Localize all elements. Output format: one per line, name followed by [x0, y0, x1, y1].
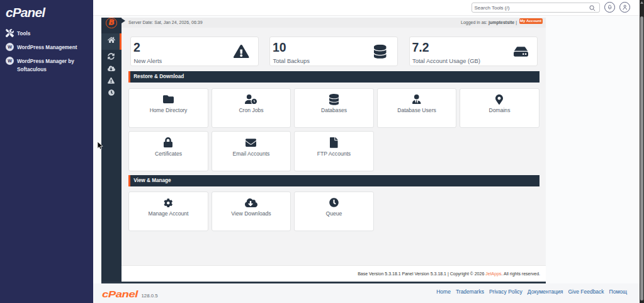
svg-text:W: W [8, 45, 12, 50]
svg-text:W: W [8, 59, 12, 64]
